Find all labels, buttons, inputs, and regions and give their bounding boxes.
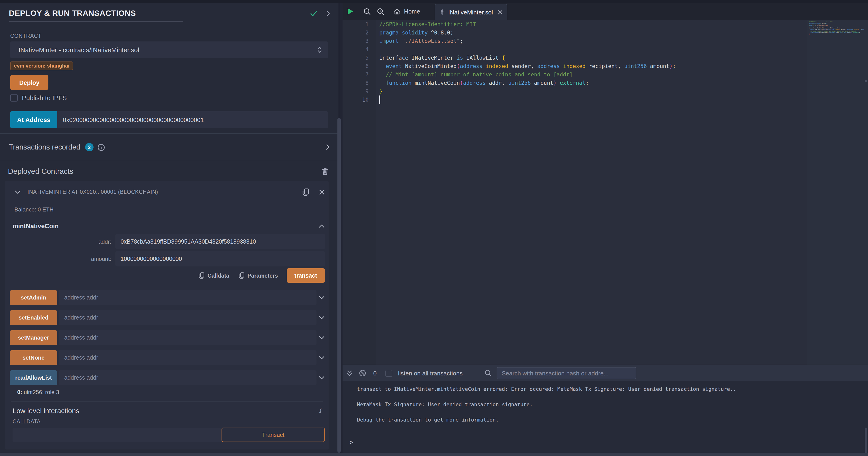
terminal-prompt[interactable]: > [349, 439, 353, 446]
contract-select-value: INativeMinter - contracts/INativeMinter.… [19, 46, 317, 54]
terminal-search-input[interactable] [497, 367, 636, 379]
contract-label: CONTRACT [10, 33, 338, 39]
deployed-contracts-label: Deployed Contracts [8, 167, 73, 175]
terminal-log-line: transact to INativeMinter.mintNativeCoin… [357, 385, 854, 393]
info-icon[interactable] [97, 143, 105, 151]
transactions-expand-icon[interactable] [325, 144, 331, 150]
open-function-header: mintNativeCoin [12, 223, 325, 230]
setAdmin-button[interactable]: setAdmin [10, 290, 57, 305]
terminal-toolbar: 0 listen on all transactions [343, 365, 868, 381]
close-tab-icon[interactable] [498, 9, 503, 15]
low-level-info-icon[interactable]: i [319, 407, 321, 414]
setEnabled-input[interactable] [59, 310, 316, 325]
expand-function-icon[interactable] [318, 335, 325, 341]
addr-field-row: addr: [10, 234, 325, 249]
expand-terminal-icon[interactable] [346, 370, 353, 377]
header-underline [9, 22, 183, 22]
transactions-count-badge: 2 [85, 143, 93, 151]
clear-instances-trash-icon[interactable] [321, 167, 329, 175]
code-line: //SPDX-License-Identifier: MIT [379, 20, 803, 28]
addr-field-label: addr: [10, 238, 116, 245]
low-level-title: Low level interactions [12, 407, 80, 415]
select-updown-icon [317, 46, 322, 54]
code-line [379, 95, 803, 104]
instance-collapse-icon[interactable] [14, 189, 21, 195]
amount-field-row: amount: [10, 251, 325, 266]
deployed-contracts-header: Deployed Contracts [0, 161, 338, 181]
terminal-log-list: transact to INativeMinter.mintNativeCoin… [357, 385, 854, 431]
function-collapse-icon[interactable] [318, 224, 325, 229]
line-number: 6 [343, 62, 369, 70]
amount-field-label: amount: [10, 255, 116, 262]
code-line: function mintNativeCoin(address addr, ui… [809, 32, 864, 34]
code-line: pragma solidity ^0.8.0; [379, 28, 803, 37]
text-cursor [379, 95, 380, 104]
contract-instance-header[interactable]: INATIVEMINTER AT 0X020...00001 (BLOCKCHA… [10, 187, 325, 197]
readAllowList-input[interactable] [59, 370, 316, 385]
panel-scrollbar-thumb[interactable] [337, 118, 341, 453]
code-editor[interactable]: 12345678910 //SPDX-License-Identifier: M… [343, 20, 868, 365]
expand-function-icon[interactable] [318, 295, 325, 301]
remove-instance-icon[interactable] [319, 189, 325, 195]
tab-home[interactable]: Home [393, 8, 420, 15]
home-icon [393, 8, 401, 15]
setManager-input[interactable] [59, 330, 316, 345]
copy-address-icon[interactable] [302, 188, 310, 196]
contract-select[interactable]: INativeMinter - contracts/INativeMinter.… [10, 41, 328, 58]
minimap[interactable]: //SPDX-License-Identifier: MITpragma sol… [807, 20, 864, 365]
setAdmin-input[interactable] [59, 290, 316, 305]
tab-inativeminter-sol[interactable]: INativeMinter.sol [435, 4, 507, 20]
editor-tabbar: Home INativeMinter.sol [343, 3, 868, 20]
code-line: function mintNativeCoin(address addr, ui… [379, 79, 803, 87]
status-bar [0, 453, 868, 456]
setManager-button[interactable]: setManager [10, 330, 57, 345]
addr-field-input[interactable] [116, 234, 325, 249]
calldata-input[interactable] [12, 428, 222, 442]
low-level-transact-button[interactable]: Transact [221, 428, 325, 442]
overview-ruler[interactable] [864, 20, 868, 365]
publish-ipfs-row: Publish to IPFS [10, 94, 338, 102]
code-content[interactable]: //SPDX-License-Identifier: MITpragma sol… [379, 20, 803, 104]
at-address-button[interactable]: At Address [10, 111, 57, 128]
readAllowList-button[interactable]: readAllowList [10, 370, 57, 385]
expand-function-icon[interactable] [318, 315, 325, 320]
pending-tx-count: 0 [373, 370, 376, 377]
deploy-run-panel: DEPLOY & RUN TRANSACTIONS CONTRACT INati… [0, 3, 338, 453]
listen-transactions-label: listen on all transactions [398, 370, 463, 377]
setNone-button[interactable]: setNone [10, 350, 57, 365]
line-number: 8 [343, 79, 369, 87]
zoom-out-icon[interactable] [364, 8, 371, 15]
copy-calldata-button[interactable]: Calldata [198, 272, 229, 279]
copy-parameters-button[interactable]: Parameters [238, 272, 278, 279]
amount-field-input[interactable] [116, 251, 325, 266]
publish-ipfs-checkbox[interactable] [10, 94, 18, 102]
deployed-contract-card: INATIVEMINTER AT 0X020...00001 (BLOCKCHA… [5, 181, 329, 450]
code-line: } [379, 87, 803, 95]
setEnabled-button[interactable]: setEnabled [10, 310, 57, 325]
listen-transactions-checkbox[interactable] [385, 370, 392, 377]
line-number: 10 [343, 95, 369, 104]
transactions-recorded-section: Transactions recorded 2 [0, 133, 338, 161]
code-line [379, 45, 803, 54]
setNone-input[interactable] [59, 350, 316, 365]
deploy-button[interactable]: Deploy [10, 75, 49, 90]
at-address-input[interactable] [57, 111, 328, 128]
editor-region: Home INativeMinter.sol 12345678910 //SPD… [343, 0, 868, 453]
cursor-position-mark [865, 80, 867, 82]
expand-function-icon[interactable] [318, 355, 325, 361]
transact-button[interactable]: transact [287, 268, 325, 283]
zoom-in-icon[interactable] [377, 8, 384, 15]
line-number: 1 [343, 20, 369, 28]
open-function-name: mintNativeCoin [12, 223, 59, 230]
expand-function-icon[interactable] [318, 375, 325, 380]
run-script-play-icon[interactable] [347, 7, 354, 16]
function-setAdmin-row: setAdmin [10, 290, 325, 305]
at-address-row: At Address [10, 111, 328, 128]
terminal-scrollbar-thumb[interactable] [865, 428, 867, 453]
calldata-row: Transact [12, 428, 325, 442]
copy-icon [198, 272, 205, 279]
line-number: 2 [343, 28, 369, 37]
transactions-recorded-label: Transactions recorded [9, 143, 80, 151]
clear-pending-icon[interactable] [359, 369, 366, 377]
panel-forward-icon[interactable] [325, 10, 331, 17]
